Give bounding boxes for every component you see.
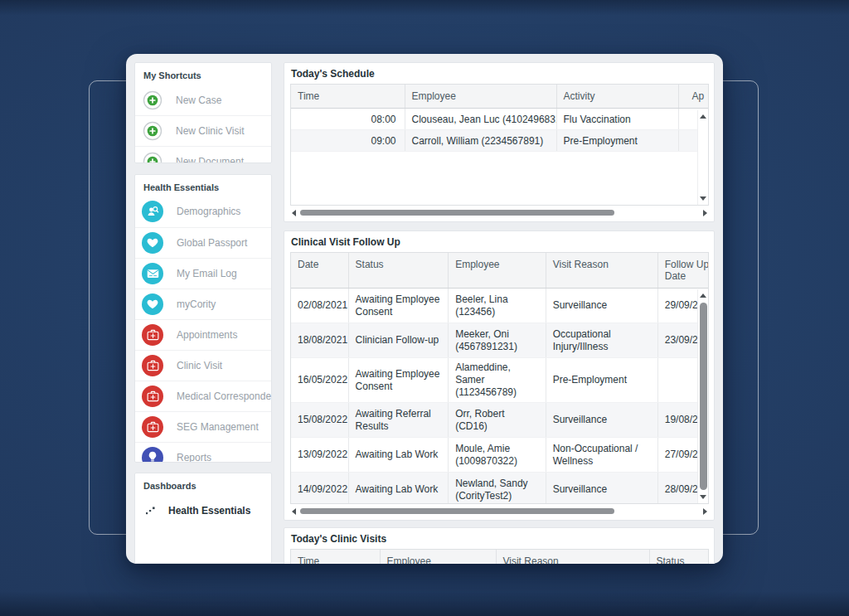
cell-time: 09:00 xyxy=(291,130,405,152)
table-row[interactable]: 18/08/2021 Clinician Follow-up Meeker, O… xyxy=(291,323,709,358)
sidebar-item-new-case[interactable]: New Case xyxy=(135,85,271,115)
person-search-icon xyxy=(142,201,163,222)
sidebar-item-my-email-log[interactable]: My Email Log xyxy=(135,258,271,289)
cell-visit-reason: Surveillance xyxy=(546,289,657,323)
cell-status: Clinician Follow-up xyxy=(348,323,449,358)
todays-schedule-panel: Today's Schedule Time Employee Activity … xyxy=(284,62,715,222)
scroll-left-arrow[interactable] xyxy=(292,210,296,216)
sidebar-item-label: Reports xyxy=(177,452,211,463)
sidebar-item-new-document[interactable]: New Document xyxy=(135,146,271,163)
table-row[interactable]: 16/05/2022 Awaiting Employee Consent Ala… xyxy=(291,358,709,403)
table-row[interactable]: 15/08/2022 Awaiting Referral Results Orr… xyxy=(291,403,709,438)
cell-activity: Pre-Employment xyxy=(556,130,678,152)
horizontal-scrollbar[interactable] xyxy=(290,506,709,517)
sidebar-item-mycority[interactable]: myCority xyxy=(135,289,271,319)
cell-date: 14/09/2022 xyxy=(291,473,348,505)
plus-circle-icon xyxy=(143,152,163,163)
cell-date: 15/08/2022 xyxy=(291,403,348,438)
table-row[interactable]: 08:00 Clouseau, Jean Luc (4102496831) Fl… xyxy=(291,109,709,130)
sidebar-item-label: Appointments xyxy=(177,329,237,341)
medical-bag-icon xyxy=(142,386,163,407)
scroll-up-arrow[interactable] xyxy=(700,293,706,298)
cell-status: Awaiting Referral Results xyxy=(348,403,449,438)
plus-circle-icon xyxy=(143,90,163,110)
sidebar-item-medical-correspondence[interactable]: Medical Correspondence xyxy=(135,381,271,411)
vertical-scrollbar[interactable] xyxy=(697,289,708,503)
sidebar-item-appointments[interactable]: Appointments xyxy=(135,319,271,350)
scroll-down-arrow[interactable] xyxy=(700,196,706,201)
cell-employee: Alameddine, Samer (1123456789) xyxy=(449,358,546,403)
horizontal-scrollbar[interactable] xyxy=(290,207,709,218)
column-header-visit-reason[interactable]: Visit Reason xyxy=(496,550,649,564)
panel-title: Today's Clinic Visits xyxy=(284,528,714,549)
cell-visit-reason: Surveillance xyxy=(546,403,657,438)
scroll-left-arrow[interactable] xyxy=(292,508,296,515)
cell-employee: Clouseau, Jean Luc (4102496831) xyxy=(405,109,556,130)
sidebar-item-label: Demographics xyxy=(177,206,240,217)
column-header-time[interactable]: Time xyxy=(291,550,380,564)
sidebar-item-new-clinic-visit[interactable]: New Clinic Visit xyxy=(135,115,271,146)
scrollbar-thumb[interactable] xyxy=(300,210,614,216)
table-row[interactable]: 14/09/2022 Awaiting Lab Work Newland, Sa… xyxy=(291,473,709,505)
panel-title: Clinical Visit Follow Up xyxy=(284,231,714,252)
main-content: Today's Schedule Time Employee Activity … xyxy=(284,62,715,564)
sidebar-item-demographics[interactable]: Demographics xyxy=(135,196,271,227)
sidebar-item-label: SEG Management xyxy=(177,421,259,433)
column-header-employee[interactable]: Employee xyxy=(449,253,546,289)
column-header-visit-reason[interactable]: Visit Reason xyxy=(546,253,657,289)
sidebar-item-seg-management[interactable]: SEG Management xyxy=(135,411,271,442)
column-header-follow-up-date[interactable]: Follow Up Date xyxy=(657,253,709,289)
column-header-status[interactable]: Status xyxy=(649,550,709,564)
scrollbar-thumb[interactable] xyxy=(700,303,707,490)
table-row[interactable]: 02/08/2021 Awaiting Employee Consent Bee… xyxy=(291,289,709,323)
column-header-activity[interactable]: Activity xyxy=(556,85,678,109)
scroll-right-arrow[interactable] xyxy=(703,508,707,515)
dashboard-card: My Shortcuts New Case New Clinic Visit xyxy=(126,54,723,564)
sidebar-item-label: Global Passport xyxy=(177,237,247,249)
scrollbar-thumb[interactable] xyxy=(300,508,614,514)
column-header-appointment[interactable]: Ap xyxy=(678,85,709,109)
sidebar-item-label: Medical Correspondence xyxy=(177,390,272,402)
cell-status: Awaiting Employee Consent xyxy=(348,289,449,323)
shortcuts-group-header: My Shortcuts xyxy=(135,63,271,85)
cell-employee: Newland, Sandy (CorityTest2) xyxy=(449,473,546,505)
table-header-row: Date Status Employee Visit Reason Follow… xyxy=(291,253,709,289)
scroll-down-arrow[interactable] xyxy=(700,495,706,499)
sidebar-item-label: New Case xyxy=(176,95,221,106)
shortcuts-group: My Shortcuts New Case New Clinic Visit xyxy=(134,62,272,163)
column-header-time[interactable]: Time xyxy=(291,85,405,109)
table-row[interactable]: 09:00 Carroll, William (2234567891) Pre-… xyxy=(291,130,709,152)
cell-visit-reason: Occupational Injury/Illness xyxy=(546,323,657,358)
cell-date: 18/08/2021 xyxy=(291,323,348,358)
cell-employee: Beeler, Lina (123456) xyxy=(449,289,546,323)
sidebar-item-global-passport[interactable]: Global Passport xyxy=(135,227,271,258)
cell-status: Awaiting Lab Work xyxy=(348,473,449,505)
scroll-up-arrow[interactable] xyxy=(700,114,706,119)
scroll-right-arrow[interactable] xyxy=(703,210,707,216)
clinical-visit-follow-up-table: Date Status Employee Visit Reason Follow… xyxy=(290,252,709,504)
medical-bag-icon xyxy=(142,324,163,346)
sidebar-item-clinic-visit[interactable]: Clinic Visit xyxy=(135,350,271,381)
cell-date: 02/08/2021 xyxy=(291,289,348,323)
sidebar-item-label: New Document xyxy=(176,156,244,163)
column-header-employee[interactable]: Employee xyxy=(405,85,556,109)
sidebar-item-health-essentials-dashboard[interactable]: Health Essentials xyxy=(135,495,271,526)
sidebar-item-label: Clinic Visit xyxy=(177,360,222,371)
sidebar: My Shortcuts New Case New Clinic Visit xyxy=(134,62,272,564)
heart-icon xyxy=(142,293,163,315)
cell-employee: Orr, Robert (CD16) xyxy=(449,403,546,438)
todays-clinic-visits-panel: Today's Clinic Visits Time Employee Visi… xyxy=(284,527,715,564)
column-header-status[interactable]: Status xyxy=(348,253,449,289)
cell-date: 13/09/2022 xyxy=(291,438,348,473)
table-row[interactable]: 13/09/2022 Awaiting Lab Work Moule, Amie… xyxy=(291,438,709,473)
vertical-scrollbar[interactable] xyxy=(697,110,708,205)
cell-employee: Carroll, William (2234567891) xyxy=(405,130,556,152)
sidebar-item-reports[interactable]: Reports xyxy=(135,442,271,463)
column-header-date[interactable]: Date xyxy=(291,253,348,289)
table-header-row: Time Employee Activity Ap xyxy=(291,85,709,109)
panel-title: Today's Schedule xyxy=(284,63,714,84)
table-header-row: Time Employee Visit Reason Status xyxy=(291,550,709,564)
medical-bag-icon xyxy=(142,416,163,438)
column-header-employee[interactable]: Employee xyxy=(380,550,496,564)
cell-employee: Moule, Amie (1009870322) xyxy=(449,438,546,473)
